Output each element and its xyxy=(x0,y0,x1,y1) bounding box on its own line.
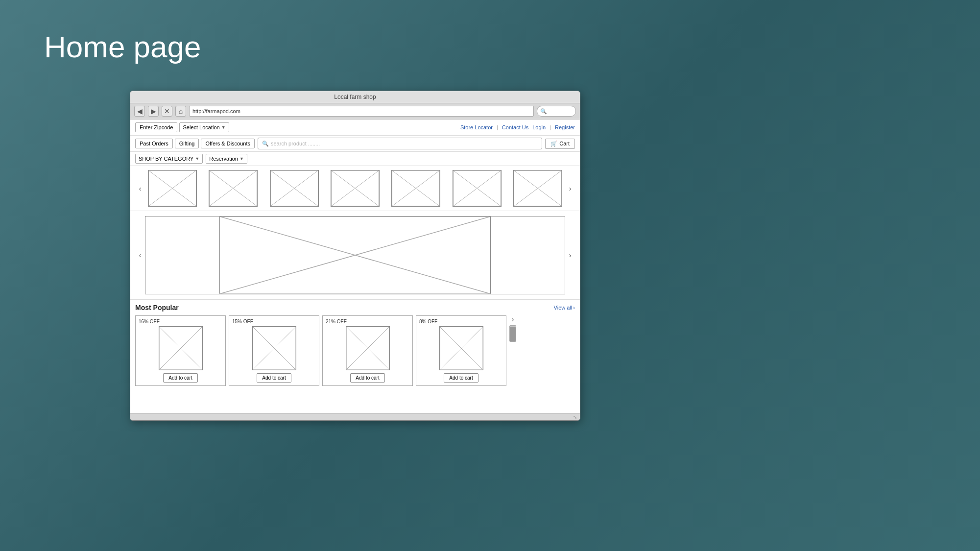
nav-buttons-row: Past Orders Gifting Offers & Discounts xyxy=(135,139,255,148)
login-link[interactable]: Login xyxy=(532,124,546,130)
nav-middle: Past Orders Gifting Offers & Discounts 🔍… xyxy=(130,136,580,152)
banner-next-arrow[interactable]: › xyxy=(565,251,575,259)
banner-prev-arrow[interactable]: ‹ xyxy=(135,251,145,259)
carousel-items xyxy=(148,170,562,207)
browser-search[interactable]: 🔍 xyxy=(537,106,576,117)
reservation-dropdown[interactable]: Reservation ▼ xyxy=(206,154,247,164)
add-to-cart-button-4[interactable]: Add to cart xyxy=(444,373,478,383)
add-to-cart-button-3[interactable]: Add to cart xyxy=(350,373,384,383)
browser-titlebar: Local farm shop xyxy=(130,91,580,103)
view-all-arrow: › xyxy=(573,305,575,311)
resize-icon: ⤡ xyxy=(573,414,577,420)
reservation-arrow: ▼ xyxy=(239,156,244,161)
category-carousel: ‹ xyxy=(130,166,580,211)
category-item-3[interactable] xyxy=(270,170,319,207)
enter-zipcode-button[interactable]: Enter Zipcode xyxy=(135,122,177,132)
search-bar[interactable]: 🔍 search product ........ xyxy=(258,138,542,149)
search-placeholder: search product ........ xyxy=(271,141,320,146)
select-location-arrow: ▼ xyxy=(221,125,226,130)
offers-discounts-button[interactable]: Offers & Discounts xyxy=(201,139,255,148)
carousel-next-arrow[interactable]: › xyxy=(565,184,575,193)
browser-search-icon: 🔍 xyxy=(540,108,547,115)
register-link[interactable]: Register xyxy=(555,124,575,130)
products-scroll-area: › xyxy=(509,315,516,386)
home-button[interactable]: ⌂ xyxy=(175,106,186,117)
category-item-4[interactable] xyxy=(331,170,380,207)
category-item-1[interactable] xyxy=(148,170,197,207)
select-location-dropdown[interactable]: Select Location ▼ xyxy=(179,122,229,132)
product-discount-2: 15% OFF xyxy=(232,319,253,324)
product-card-1: 16% OFF Add to cart xyxy=(135,315,226,386)
category-item-6[interactable] xyxy=(453,170,502,207)
browser-toolbar: ◀ ▶ ✕ ⌂ 🔍 xyxy=(130,103,580,120)
category-item-2[interactable] xyxy=(209,170,258,207)
browser-title: Local farm shop xyxy=(334,94,376,100)
browser-window: Local farm shop ◀ ▶ ✕ ⌂ 🔍 Enter Zipcode … xyxy=(130,91,580,421)
products-scrollbar[interactable] xyxy=(509,325,516,342)
browser-bottombar: ⤡ xyxy=(130,413,580,420)
page-title: Home page xyxy=(44,29,201,64)
past-orders-button[interactable]: Past Orders xyxy=(135,139,173,148)
add-to-cart-button-1[interactable]: Add to cart xyxy=(163,373,197,383)
reservation-label: Reservation xyxy=(209,156,238,162)
website-content: Enter Zipcode Select Location ▼ Store Lo… xyxy=(130,120,580,413)
close-button[interactable]: ✕ xyxy=(162,106,172,117)
contact-us-link[interactable]: Contact Us xyxy=(502,124,528,130)
nav-left: Enter Zipcode Select Location ▼ xyxy=(135,122,229,132)
product-card-2: 15% OFF Add to cart xyxy=(229,315,319,386)
nav-right: Store Locator | Contact Us Login | Regis… xyxy=(460,124,575,130)
product-card-4: 8% OFF Add to cart xyxy=(416,315,506,386)
category-item-7[interactable] xyxy=(513,170,562,207)
product-image-2[interactable] xyxy=(252,326,296,370)
products-row: 16% OFF Add to cart 15% OFF xyxy=(135,315,575,386)
nav-bottom: SHOP BY CATEGORY ▼ Reservation ▼ xyxy=(130,152,580,166)
view-all-label: View all xyxy=(554,305,573,311)
category-item-5[interactable] xyxy=(391,170,440,207)
store-locator-link[interactable]: Store Locator xyxy=(460,124,493,130)
scroll-handle xyxy=(510,327,516,341)
most-popular-title: Most Popular xyxy=(135,304,179,311)
product-discount-3: 21% OFF xyxy=(326,319,347,324)
view-all-link[interactable]: View all › xyxy=(554,305,575,311)
search-icon: 🔍 xyxy=(262,141,269,147)
product-discount-4: 8% OFF xyxy=(419,319,437,324)
cart-icon: 🛒 xyxy=(550,141,557,147)
shop-by-category-arrow: ▼ xyxy=(195,156,199,161)
shop-by-category-dropdown[interactable]: SHOP BY CATEGORY ▼ xyxy=(135,154,203,164)
cart-label: Cart xyxy=(559,141,570,146)
add-to-cart-button-2[interactable]: Add to cart xyxy=(257,373,291,383)
nav-divider-2: | xyxy=(550,124,551,130)
banner-section: ‹ › xyxy=(130,211,580,300)
back-button[interactable]: ◀ xyxy=(134,106,145,117)
most-popular-header: Most Popular View all › xyxy=(135,304,575,311)
shop-by-category-label: SHOP BY CATEGORY xyxy=(139,156,193,162)
product-discount-1: 16% OFF xyxy=(139,319,160,324)
carousel-prev-arrow[interactable]: ‹ xyxy=(135,184,145,193)
nav-divider-1: | xyxy=(497,124,498,130)
products-next-arrow[interactable]: › xyxy=(512,315,514,323)
address-bar[interactable] xyxy=(189,106,534,117)
banner-image[interactable] xyxy=(145,216,565,294)
product-card-3: 21% OFF Add to cart xyxy=(322,315,413,386)
nav-top: Enter Zipcode Select Location ▼ Store Lo… xyxy=(130,120,580,136)
select-location-label: Select Location xyxy=(183,124,219,130)
product-image-3[interactable] xyxy=(346,326,390,370)
product-image-1[interactable] xyxy=(159,326,203,370)
gifting-button[interactable]: Gifting xyxy=(175,139,199,148)
product-image-4[interactable] xyxy=(439,326,483,370)
forward-button[interactable]: ▶ xyxy=(148,106,159,117)
most-popular-section: Most Popular View all › 16% OFF xyxy=(130,300,580,390)
cart-button[interactable]: 🛒 Cart xyxy=(545,139,575,149)
